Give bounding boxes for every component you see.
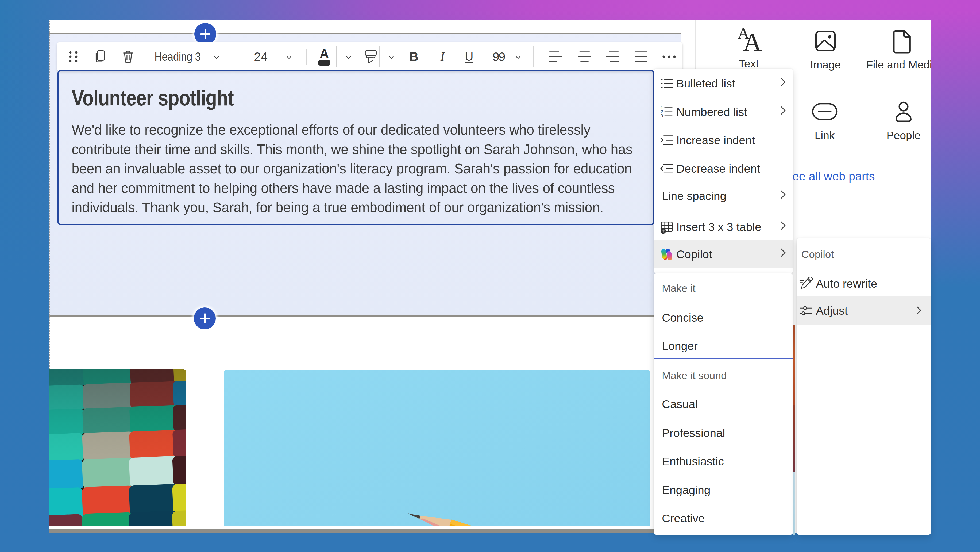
- svg-text:3: 3: [660, 113, 663, 118]
